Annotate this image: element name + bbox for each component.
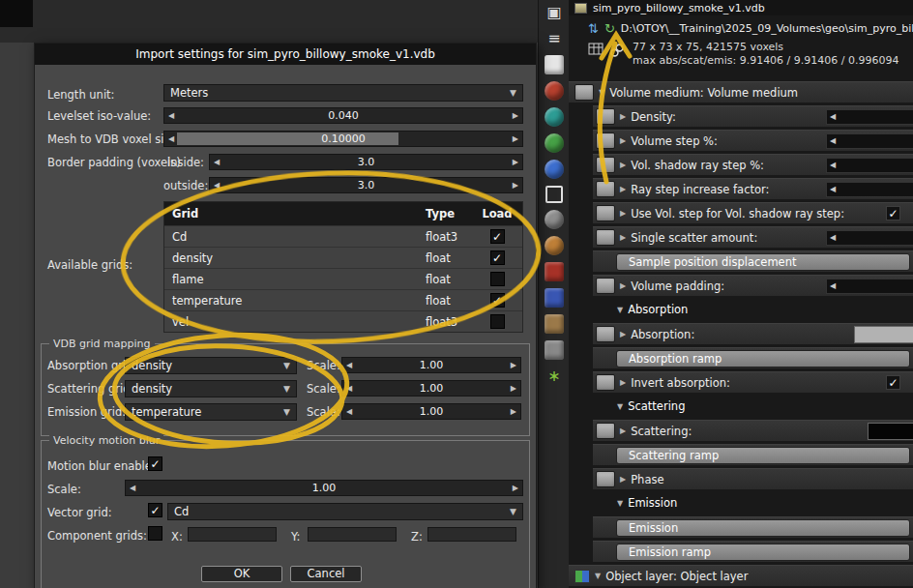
color-swatch[interactable] — [854, 326, 913, 343]
volume-step-pin-icon[interactable] — [596, 132, 615, 149]
grid-row[interactable]: Cd float3 ✓ — [164, 225, 522, 247]
slider-inc-icon[interactable]: ▶ — [509, 480, 522, 496]
vol-shadow-ray-step-pin-icon[interactable] — [596, 157, 615, 173]
scale-slider[interactable]: ◀ 1.00 ▶ — [341, 380, 521, 397]
color-swatch[interactable] — [868, 423, 913, 440]
param-slider[interactable]: ◀ — [826, 279, 913, 294]
section-header[interactable]: ▼Scattering — [617, 396, 913, 417]
object-layer-node-icon[interactable] — [574, 570, 590, 583]
slider-inc-icon[interactable]: ▶ — [507, 403, 520, 420]
param-row[interactable]: ▶Density:◀ — [593, 105, 913, 127]
slider-inc-icon[interactable]: ▶ — [509, 107, 522, 124]
load-checkbox[interactable]: ✓ — [490, 229, 505, 244]
param-slider[interactable]: ◀ — [826, 158, 913, 173]
collapse-icon[interactable]: ▼ — [617, 306, 623, 314]
slider-dec-icon[interactable]: ◀ — [827, 161, 836, 169]
param-row[interactable]: ▶Volume step %:◀ — [593, 130, 913, 151]
expand-icon[interactable]: ▶ — [620, 112, 626, 121]
volume-medium-node-icon[interactable] — [574, 84, 594, 101]
param-row[interactable]: ▶Absorption: — [593, 323, 913, 344]
param-button[interactable]: Emission — [616, 519, 910, 537]
render-target-node-icon[interactable] — [545, 55, 564, 74]
load-checkbox[interactable]: ✓ — [490, 250, 505, 265]
star-node-icon[interactable]: ∗ — [545, 367, 564, 386]
density-pin-icon[interactable] — [596, 108, 615, 125]
slider-inc-icon[interactable]: ▶ — [509, 131, 522, 147]
slider-dec-icon[interactable]: ◀ — [827, 281, 836, 290]
param-button[interactable]: Emission ramp — [616, 544, 910, 561]
mb-scale-slider[interactable]: ◀ 1.00 ▶ — [125, 480, 523, 496]
cancel-button[interactable]: Cancel — [290, 566, 362, 582]
y-grid-input[interactable] — [308, 527, 397, 542]
param-checkbox[interactable]: ✓ — [886, 206, 900, 220]
slider-dec-icon[interactable]: ◀ — [827, 136, 836, 145]
param-checkbox[interactable]: ✓ — [886, 375, 900, 390]
mapping-grid-dropdown[interactable]: temperature ▼ — [125, 403, 297, 421]
expand-icon[interactable]: ▶ — [620, 136, 626, 145]
load-checkbox[interactable] — [490, 272, 505, 286]
expand-icon[interactable]: ▶ — [620, 185, 626, 193]
collapse-icon[interactable]: ▼ — [599, 88, 604, 97]
param-row[interactable]: ▶Invert absorption:✓ — [593, 371, 913, 393]
param-row[interactable]: ▶Phase — [593, 468, 913, 489]
invert-absorption-pin-icon[interactable] — [596, 374, 615, 391]
load-checkbox[interactable] — [490, 314, 505, 329]
link-icon[interactable] — [609, 43, 625, 58]
param-row[interactable]: ▶Scattering: — [593, 420, 913, 441]
load-checkbox[interactable]: ✓ — [490, 293, 505, 308]
vector-grid-checkbox[interactable]: ✓ — [148, 503, 162, 517]
copy-node-icon[interactable]: ▣ — [545, 3, 564, 22]
expand-icon[interactable]: ▶ — [620, 475, 626, 484]
param-button[interactable]: Absorption ramp — [616, 350, 910, 368]
mapping-grid-dropdown[interactable]: density ▼ — [125, 357, 297, 374]
motion-blur-checkbox[interactable]: ✓ — [148, 456, 162, 471]
grid-row[interactable]: flame float — [164, 268, 522, 289]
use-vol-step-pin-icon[interactable] — [596, 205, 615, 221]
component-grids-checkbox[interactable] — [148, 526, 162, 541]
section-header[interactable]: ▼Emission — [617, 492, 913, 514]
absorption-pin-icon[interactable] — [596, 326, 615, 342]
grid-row[interactable]: vel float3 — [164, 310, 522, 332]
scale-slider[interactable]: ◀ 1.00 ▶ — [341, 403, 521, 420]
environment-node-icon[interactable] — [545, 262, 564, 281]
expand-icon[interactable]: ▶ — [620, 426, 626, 435]
z-grid-input[interactable] — [427, 527, 516, 542]
medium-node-icon[interactable] — [545, 107, 564, 127]
single-scatter-pin-icon[interactable] — [596, 229, 615, 246]
slider-inc-icon[interactable]: ▶ — [509, 154, 522, 170]
collapse-icon[interactable]: ▼ — [595, 572, 601, 580]
x-grid-input[interactable] — [188, 527, 277, 542]
slider-dec-icon[interactable]: ◀ — [827, 112, 836, 121]
slider-dec-icon[interactable]: ◀ — [827, 185, 836, 193]
dialog-titlebar[interactable]: Import settings for sim_pyro_billowy_smo… — [35, 44, 536, 65]
border-inside-slider[interactable]: ◀ 3.0 ▶ — [209, 154, 523, 170]
voxel-size-slider[interactable]: ◀ 0.10000 ▶ — [163, 131, 523, 147]
param-button[interactable]: Scattering ramp — [616, 447, 910, 464]
transform-node-icon[interactable] — [545, 210, 564, 229]
projection-node-icon[interactable] — [545, 186, 563, 203]
ok-button[interactable]: OK — [201, 566, 282, 582]
slider-inc-icon[interactable]: ▶ — [509, 177, 522, 193]
param-row[interactable]: ▶Ray step increase factor:◀ — [593, 178, 913, 199]
param-slider[interactable]: ◀ — [826, 133, 913, 149]
expand-icon[interactable]: ▶ — [620, 233, 626, 242]
node-header-row[interactable]: ▼Object layer: Object layer — [569, 565, 913, 586]
expand-icon[interactable]: ▶ — [620, 378, 626, 387]
geometry-node-icon[interactable] — [545, 288, 564, 308]
expand-icon[interactable]: ▶ — [620, 330, 626, 338]
param-button[interactable]: Sample position displacement — [616, 253, 910, 271]
placement-node-icon[interactable] — [545, 314, 564, 334]
expand-icon[interactable]: ▶ — [620, 281, 626, 290]
grid-row[interactable]: density float ✓ — [164, 247, 522, 268]
scattering-pin-icon[interactable] — [596, 423, 615, 439]
emission-node-icon[interactable] — [545, 133, 564, 153]
param-slider[interactable]: ◀ — [826, 230, 913, 246]
length-unit-dropdown[interactable]: Meters ▼ — [163, 84, 523, 102]
node-list-icon[interactable]: ≡ — [545, 29, 564, 48]
phase-pin-icon[interactable] — [596, 471, 615, 487]
slider-dec-icon[interactable]: ◀ — [827, 233, 836, 242]
param-row[interactable]: ▶Single scatter amount:◀ — [593, 226, 913, 248]
expand-icon[interactable]: ▶ — [620, 209, 626, 218]
import-export-icon[interactable]: ⇅ — [588, 22, 599, 35]
texture-node-icon[interactable] — [545, 160, 564, 179]
